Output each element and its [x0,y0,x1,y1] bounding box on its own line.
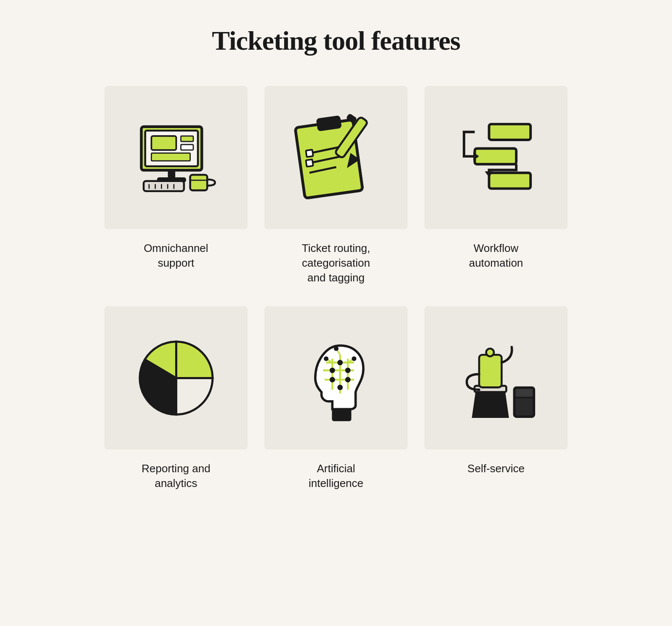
svg-point-47 [324,356,328,361]
feature-icon-box-workflow [424,86,568,229]
svg-rect-4 [181,136,193,141]
page-container: Ticketing tool features [104,25,568,491]
feature-workflow: Workflowautomation [424,86,568,285]
clipboard-icon [290,111,383,204]
svg-rect-22 [306,159,313,166]
piechart-icon [130,332,223,425]
coffee-icon [450,332,543,425]
feature-label-selfservice: Self-service [467,461,525,476]
page-title: Ticketing tool features [104,25,568,56]
svg-rect-3 [151,153,190,161]
svg-rect-54 [515,389,533,396]
svg-rect-26 [489,124,531,139]
feature-selfservice: Self-service [424,306,568,491]
feature-omnichannel: Omnichannelsupport [104,86,248,285]
svg-rect-55 [515,398,533,415]
feature-icon-box-ai [264,306,408,449]
svg-rect-14 [190,175,207,190]
svg-rect-27 [475,148,516,164]
feature-icon-box-omnichannel [104,86,248,229]
svg-point-42 [337,385,343,390]
svg-point-46 [333,346,338,351]
feature-label-omnichannel: Omnichannelsupport [144,241,208,270]
feature-label-workflow: Workflowautomation [469,241,523,270]
svg-rect-28 [489,173,531,188]
feature-icon-box-reporting [104,306,248,449]
feature-label-reporting: Reporting andanalytics [141,461,210,491]
svg-rect-49 [332,409,351,421]
feature-icon-box-selfservice [424,306,568,449]
features-grid: Omnichannelsupport [104,86,568,491]
svg-point-41 [345,377,350,383]
svg-point-37 [329,367,335,373]
feature-ai: Artificialintelligence [264,306,408,491]
svg-rect-51 [479,355,501,387]
svg-point-48 [352,356,356,361]
feature-reporting: Reporting andanalytics [104,306,248,491]
svg-point-39 [345,367,350,373]
feature-label-ai: Artificialintelligence [309,461,363,491]
computer-icon [130,111,223,204]
brain-icon [290,332,383,425]
svg-rect-21 [306,150,313,157]
svg-rect-17 [317,116,341,130]
svg-rect-5 [181,144,193,150]
feature-label-ticket-routing: Ticket routing,categorisationand tagging [302,241,370,285]
svg-point-52 [486,348,493,356]
workflow-icon [450,111,543,204]
feature-icon-box-ticket-routing [264,86,408,229]
feature-ticket-routing: Ticket routing,categorisationand tagging [264,86,408,285]
svg-point-40 [329,377,335,383]
svg-rect-8 [144,181,184,191]
svg-rect-2 [151,136,176,150]
svg-point-38 [337,360,343,365]
